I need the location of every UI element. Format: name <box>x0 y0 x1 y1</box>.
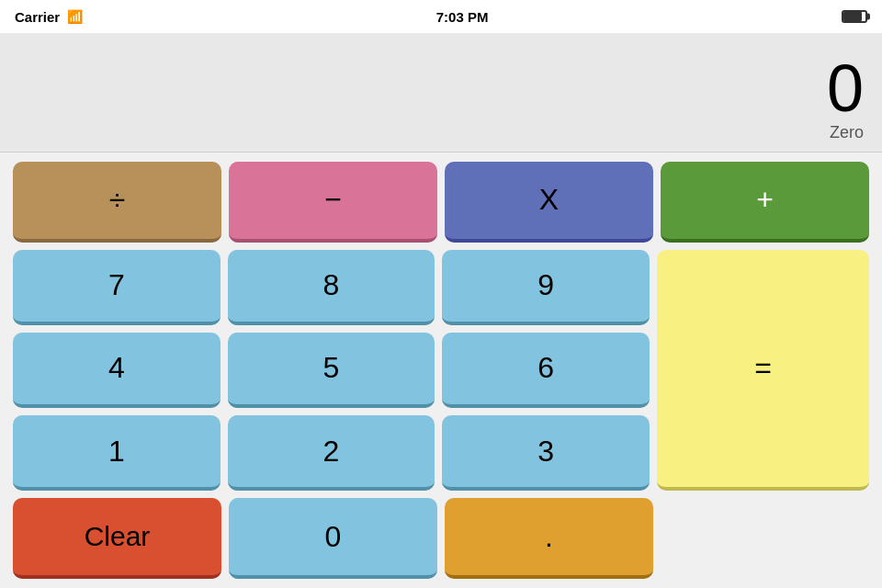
nine-button[interactable]: 9 <box>442 250 650 325</box>
wifi-icon: 📶 <box>67 9 83 24</box>
battery-indicator <box>842 10 867 23</box>
clear-button[interactable]: Clear <box>13 498 221 579</box>
eight-button[interactable]: 8 <box>228 250 435 325</box>
battery-fill <box>843 12 862 21</box>
carrier-label: Carrier <box>15 9 60 25</box>
one-button[interactable]: 1 <box>13 415 220 491</box>
display-area: 0 Zero <box>0 33 882 153</box>
row-456: 4 5 6 <box>13 333 650 408</box>
divide-button[interactable]: ÷ <box>13 162 221 243</box>
status-bar: Carrier 📶 7:03 PM <box>0 0 882 33</box>
dot-button[interactable]: . <box>445 498 653 579</box>
four-button[interactable]: 4 <box>13 333 220 408</box>
operator-row: ÷ − X + <box>13 162 869 243</box>
equals-column: = <box>657 250 869 492</box>
two-button[interactable]: 2 <box>228 415 435 491</box>
bottom-row: Clear 0 . <box>13 498 869 579</box>
status-left: Carrier 📶 <box>15 9 83 25</box>
time-label: 7:03 PM <box>436 9 489 25</box>
plus-button[interactable]: + <box>661 162 869 243</box>
display-label: Zero <box>830 123 864 142</box>
equals-button[interactable]: = <box>657 250 869 492</box>
calculator-body: ÷ − X + 7 8 9 4 5 6 1 2 3 <box>0 153 882 588</box>
number-rows: 7 8 9 4 5 6 1 2 3 = <box>13 250 869 492</box>
battery-icon <box>842 10 867 23</box>
spacer <box>661 498 869 579</box>
zero-button[interactable]: 0 <box>229 498 437 579</box>
six-button[interactable]: 6 <box>442 333 650 408</box>
multiply-button[interactable]: X <box>445 162 653 243</box>
three-button[interactable]: 3 <box>442 415 650 491</box>
minus-button[interactable]: − <box>229 162 437 243</box>
number-grid: 7 8 9 4 5 6 1 2 3 <box>13 250 650 492</box>
seven-button[interactable]: 7 <box>13 250 220 325</box>
five-button[interactable]: 5 <box>228 333 435 408</box>
row-123: 1 2 3 <box>13 415 650 491</box>
row-789: 7 8 9 <box>13 250 650 325</box>
display-number: 0 <box>827 55 864 121</box>
